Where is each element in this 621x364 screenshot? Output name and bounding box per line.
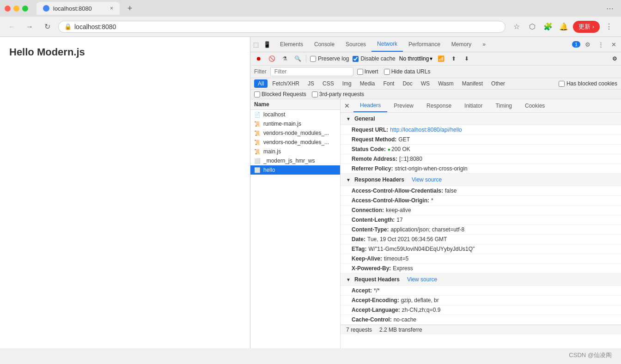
devtools-device-btn[interactable]: 📱	[262, 39, 273, 50]
general-section-header[interactable]: ▼ General	[341, 113, 621, 125]
search-btn[interactable]: 🔍	[293, 54, 302, 63]
tab-elements[interactable]: Elements	[274, 37, 309, 51]
minimize-window-btn[interactable]	[13, 6, 19, 12]
devtools-tabs: Elements Console Sources Network Perform…	[273, 37, 570, 52]
list-item[interactable]: ⬜ _modern_js_hmr_ws	[250, 156, 340, 165]
extension-icon[interactable]: ⬡	[526, 20, 539, 33]
detail-tab-cookies[interactable]: Cookies	[518, 100, 551, 112]
invert-checkbox[interactable]: Invert	[357, 68, 378, 75]
address-text: localhost:8080	[74, 23, 116, 30]
preserve-log-input[interactable]	[310, 56, 316, 62]
import-btn[interactable]: ⬆	[449, 54, 458, 63]
blocked-requests-label: Blocked Requests	[262, 91, 306, 97]
date-key: Date:	[352, 236, 365, 243]
hide-data-urls-checkbox[interactable]: Hide data URLs	[384, 68, 431, 75]
list-item[interactable]: 📜 runtime-main.js	[250, 119, 340, 128]
blocked-cookies-option[interactable]: Has blocked cookies	[559, 80, 617, 87]
type-all[interactable]: All	[254, 79, 268, 88]
invert-input[interactable]	[357, 69, 363, 75]
tab-more[interactable]: »	[477, 37, 491, 51]
close-window-btn[interactable]	[5, 6, 11, 12]
header-row-x-powered-by: X-Powered-By: Express	[341, 264, 621, 273]
toolbar-settings-btn[interactable]: ⚙	[612, 55, 617, 62]
bookmark-icon[interactable]: ☆	[510, 20, 523, 33]
browser-tab[interactable]: localhost:8080 ×	[37, 2, 120, 15]
detail-tab-timing[interactable]: Timing	[489, 100, 518, 112]
export-btn[interactable]: ⬇	[462, 54, 471, 63]
tab-memory[interactable]: Memory	[446, 37, 477, 51]
req-name: main.js	[263, 148, 281, 155]
blocked-requests-checkbox[interactable]: Blocked Requests	[254, 91, 306, 97]
type-other[interactable]: Other	[487, 79, 509, 88]
list-item[interactable]: 📜 vendors-node_modules_...	[250, 128, 340, 138]
keep-alive-val: timeout=5	[384, 255, 408, 262]
type-manifest[interactable]: Manifest	[458, 79, 487, 88]
clear-btn[interactable]: 🚫	[267, 54, 276, 63]
list-item[interactable]: 📄 localhost	[250, 110, 340, 119]
address-bar[interactable]: 🔒 localhost:8080	[58, 21, 505, 33]
filter-label: Filter	[254, 68, 267, 75]
maximize-window-btn[interactable]	[22, 6, 28, 12]
tab-sources[interactable]: Sources	[340, 37, 371, 51]
blocked-requests-input[interactable]	[254, 91, 260, 97]
type-js[interactable]: JS	[304, 79, 318, 88]
traffic-lights	[5, 6, 28, 12]
detail-tab-initiator[interactable]: Initiator	[458, 100, 489, 112]
cache-control-key: Cache-Control:	[352, 316, 392, 323]
tab-console[interactable]: Console	[309, 37, 340, 51]
menu-icon[interactable]: ⋮	[603, 20, 615, 33]
type-wasm[interactable]: Wasm	[434, 79, 457, 88]
forward-btn[interactable]: →	[23, 20, 36, 33]
hide-data-urls-input[interactable]	[384, 69, 390, 75]
disable-cache-checkbox[interactable]: Disable cache	[353, 55, 395, 62]
list-item[interactable]: 📜 vendors-node_modules_...	[250, 138, 340, 147]
back-btn[interactable]: ←	[6, 20, 18, 33]
keep-alive-key: Keep-Alive:	[352, 255, 382, 262]
connection-val: keep-alive	[386, 207, 411, 213]
type-doc[interactable]: Doc	[399, 79, 416, 88]
detail-close-btn[interactable]: ✕	[341, 100, 353, 111]
request-view-source-link[interactable]: View source	[407, 276, 437, 283]
list-item-selected[interactable]: ⬜ hello	[250, 165, 340, 175]
detail-tab-response[interactable]: Response	[420, 100, 458, 112]
tab-performance[interactable]: Performance	[403, 37, 446, 51]
header-row-request-url: Request URL: http://localhost:8080/api/h…	[341, 125, 621, 135]
record-btn[interactable]: ⏺	[254, 54, 263, 63]
type-ws[interactable]: WS	[417, 79, 433, 88]
list-item[interactable]: 📜 main.js	[250, 147, 340, 156]
type-media[interactable]: Media	[356, 79, 379, 88]
notifications-icon[interactable]: 🔔	[557, 20, 570, 33]
request-url-key: Request URL:	[352, 127, 388, 133]
new-tab-btn[interactable]: +	[123, 2, 136, 15]
reload-btn[interactable]: ↻	[41, 20, 54, 33]
type-fetch-xhr[interactable]: Fetch/XHR	[268, 79, 303, 88]
extensions-btn[interactable]: 🧩	[542, 20, 554, 33]
devtools-close-btn[interactable]: ✕	[608, 39, 619, 50]
devtools-settings-btn[interactable]: ⚙	[582, 39, 593, 50]
acao-val: *	[431, 197, 433, 204]
update-btn[interactable]: 更新 ›	[573, 21, 600, 33]
tab-close-btn[interactable]: ×	[110, 5, 113, 12]
preserve-log-checkbox[interactable]: Preserve log	[310, 55, 349, 62]
third-party-checkbox[interactable]: 3rd-party requests	[312, 91, 364, 97]
response-view-source-link[interactable]: View source	[412, 176, 442, 183]
filter-btn[interactable]: ⚗	[280, 54, 289, 63]
requests-count: 7 requests	[346, 327, 372, 333]
type-font[interactable]: Font	[379, 79, 398, 88]
disable-cache-input[interactable]	[353, 56, 359, 62]
watermark: CSDN @仙凌阁	[569, 351, 612, 359]
filter-input[interactable]	[270, 67, 353, 76]
wifi-icon[interactable]: 📶	[436, 54, 445, 63]
response-headers-section-header[interactable]: ▼ Response Headers View source	[341, 174, 621, 186]
detail-tab-headers[interactable]: Headers	[353, 99, 387, 112]
type-css[interactable]: CSS	[319, 79, 338, 88]
third-party-input[interactable]	[312, 91, 318, 97]
tab-network[interactable]: Network	[371, 37, 403, 52]
devtools-inspect-btn[interactable]: ⬚	[250, 39, 262, 50]
request-headers-section-header[interactable]: ▼ Request Headers View source	[341, 273, 621, 286]
blocked-cookies-checkbox[interactable]	[559, 81, 565, 87]
detail-tab-preview[interactable]: Preview	[387, 100, 420, 112]
devtools-more-btn[interactable]: ⋮	[595, 39, 606, 50]
type-img[interactable]: Img	[339, 79, 355, 88]
throttle-control[interactable]: No throttling ▾	[399, 55, 433, 62]
